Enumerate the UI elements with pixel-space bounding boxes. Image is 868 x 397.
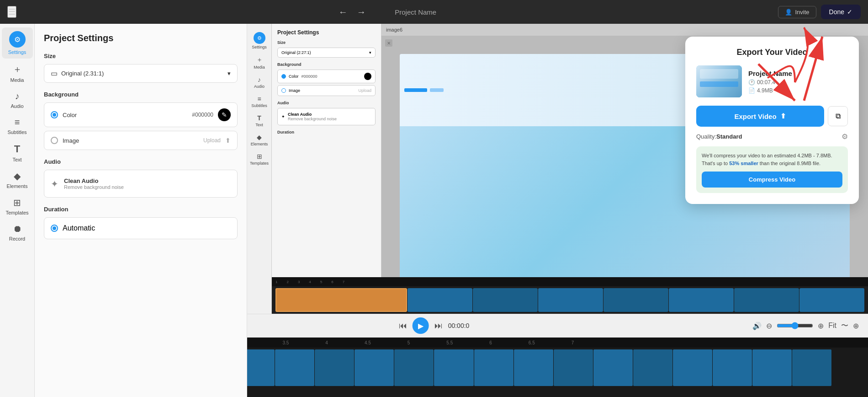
duration-section-label: Duration	[44, 206, 238, 213]
nested-nav-settings[interactable]: ⚙ Settings	[248, 29, 271, 52]
nav-item-templates[interactable]: ⊞ Templates	[2, 193, 33, 219]
automatic-radio[interactable]	[51, 225, 58, 232]
duration-section: Automatic	[44, 217, 238, 239]
left-panel: Project Settings Size ▭ Original (2.31:1…	[35, 24, 247, 397]
project-name-input[interactable]	[372, 8, 459, 16]
nested-nav-elements[interactable]: ◆ Elements	[248, 131, 271, 149]
color-value: #000000	[192, 112, 213, 118]
controls-right: 🔊 ⊖ ⊕ Fit 〜 ⊕	[752, 321, 859, 331]
hamburger-menu[interactable]: ☰	[7, 6, 16, 18]
nested-settings-label: Settings	[252, 45, 267, 49]
done-button[interactable]: Done ✓	[821, 5, 861, 19]
image-radio[interactable]	[51, 137, 58, 144]
captions-button[interactable]: ⊕	[853, 322, 859, 330]
skip-back-button[interactable]: ⏮	[399, 321, 407, 331]
compress-description: We'll compress your video to an estimate…	[702, 152, 842, 167]
nav-item-audio[interactable]: ♪ Audio	[2, 87, 33, 113]
play-button[interactable]: ▶	[413, 317, 429, 334]
record-icon: ⏺	[13, 224, 22, 234]
fit-button[interactable]: Fit	[828, 322, 836, 330]
nested-audio-icon: ♪	[258, 76, 261, 83]
invite-button[interactable]: 👤 Invite	[778, 6, 816, 18]
automatic-label: Automatic	[63, 224, 95, 232]
nested-clean-audio-info: Clean Audio Remove background noise	[288, 112, 337, 121]
copy-link-button[interactable]: ⧉	[828, 106, 848, 126]
media-icon: ＋	[13, 63, 22, 75]
nested-templates-icon: ⊞	[257, 153, 262, 160]
nested-nav-audio[interactable]: ♪ Audio	[248, 73, 271, 91]
done-label: Done	[829, 8, 844, 16]
nav-item-subtitles[interactable]: ≡ Subtitles	[2, 113, 33, 139]
nested-nav-text[interactable]: T Text	[248, 112, 271, 130]
subtitles-icon: ≡	[15, 117, 20, 128]
nested-track	[272, 286, 868, 314]
ruler-mark-5: 5	[408, 340, 410, 345]
nav-item-media[interactable]: ＋ Media	[2, 59, 33, 86]
settings-gear-icon[interactable]: ⚙	[842, 132, 848, 141]
templates-icon: ⊞	[13, 197, 21, 208]
export-video-button[interactable]: Export Video ⬆	[696, 106, 824, 127]
clean-audio-card[interactable]: ✦ Clean Audio Remove background noise	[44, 170, 238, 198]
nested-panel-title: Project Settings	[277, 29, 376, 36]
nav-item-record[interactable]: ⏺ Record	[2, 220, 33, 245]
zoom-out-button[interactable]: ⊖	[766, 322, 772, 330]
nested-color-swatch[interactable]	[364, 73, 371, 80]
left-nav: ⚙ Settings ＋ Media ♪ Audio ≡ Subtitles T…	[0, 24, 35, 397]
clean-audio-info: Clean Audio Remove background noise	[64, 177, 124, 190]
track-segment-7	[275, 349, 314, 386]
bg-color-option[interactable]: Color #000000 ✎	[44, 102, 238, 127]
track-segment-18	[713, 349, 752, 386]
quality-row: Quality: Standard ⚙	[696, 132, 848, 141]
nav-label-audio: Audio	[11, 103, 23, 109]
nested-track-seg	[408, 288, 472, 312]
volume-button[interactable]: 🔊	[752, 322, 762, 330]
color-radio[interactable]	[51, 111, 58, 118]
nested-nav-templates[interactable]: ⊞ Templates	[248, 150, 271, 168]
ruler-mark-65: 6.5	[529, 340, 535, 345]
preview-info: Project Name 🕐 00:07.4 📄 4.9MB	[748, 70, 848, 94]
skip-forward-button[interactable]: ⏭	[434, 321, 443, 331]
zoom-in-button[interactable]: ⊕	[818, 322, 824, 330]
undo-button[interactable]: ←	[336, 5, 350, 19]
nested-upload-label: Upload	[358, 88, 371, 93]
modal-preview: Project Name 🕐 00:07.4 📄 4.9MB	[696, 65, 848, 97]
upload-label: Upload	[203, 137, 221, 144]
nested-size-select[interactable]: Original (2:27:1) ▾	[277, 48, 376, 58]
nav-item-text[interactable]: T Text	[2, 139, 33, 166]
invite-label: Invite	[795, 9, 809, 16]
track-segment-17	[673, 349, 712, 386]
nav-item-settings[interactable]: ⚙ Settings	[2, 27, 33, 59]
nested-color-radio[interactable]	[281, 74, 286, 79]
color-label: Color	[63, 112, 187, 118]
ruler-mark-35: 3.5	[282, 340, 289, 345]
nested-nav-subtitles[interactable]: ≡ Subtitles	[248, 92, 271, 111]
audio-icon: ♪	[15, 91, 20, 102]
ruler-mark-4: 4	[325, 340, 328, 345]
bg-image-option[interactable]: Image Upload ⬆	[44, 131, 238, 150]
export-label: Export Video	[734, 113, 776, 120]
size-select[interactable]: ▭ Original (2.31:1) ▾	[44, 64, 238, 83]
nested-close-icon[interactable]: ✕	[385, 39, 392, 47]
compress-highlight: 53% smaller	[729, 161, 758, 166]
automatic-option[interactable]: Automatic	[44, 217, 238, 239]
preview-project-name: Project Name	[748, 70, 848, 77]
redo-button[interactable]: →	[354, 5, 369, 19]
sparkle-icon: ✦	[51, 178, 58, 189]
track-segment-20	[792, 349, 831, 386]
zoom-slider[interactable]	[777, 322, 813, 329]
compress-video-button[interactable]: Compress Video	[702, 172, 842, 188]
clock-icon: 🕐	[748, 79, 755, 86]
ruler-mark-7: 7	[572, 340, 574, 345]
nested-media-icon: ＋	[256, 56, 263, 64]
nav-item-elements[interactable]: ◆ Elements	[2, 167, 33, 193]
upload-icon[interactable]: ⬆	[225, 137, 231, 144]
image-label: Image	[63, 137, 199, 144]
nested-image-option[interactable]: Image Upload	[277, 85, 376, 96]
audio-waveform-button[interactable]: 〜	[841, 321, 848, 331]
nav-label-text: Text	[12, 157, 21, 162]
nested-nav-media[interactable]: ＋ Media	[248, 53, 271, 72]
nested-image-radio[interactable]	[281, 88, 286, 93]
nested-color-option[interactable]: Color #000000	[277, 70, 376, 83]
color-swatch[interactable]: ✎	[218, 108, 231, 121]
nested-clean-audio[interactable]: ✦ Clean Audio Remove background noise	[277, 108, 376, 125]
